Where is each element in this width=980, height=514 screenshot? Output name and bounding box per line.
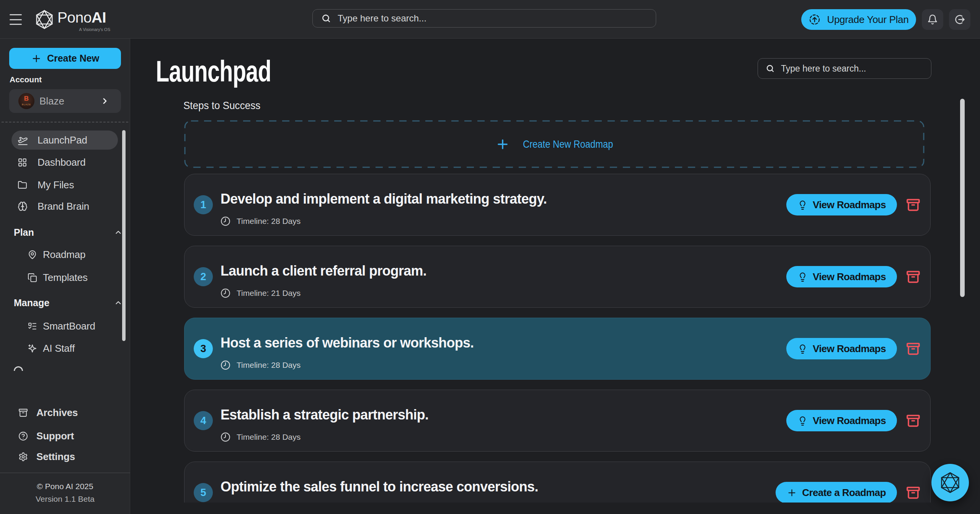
dashboard-icon bbox=[18, 158, 27, 167]
version-text: Version 1.1 Beta bbox=[0, 494, 130, 504]
brain-icon bbox=[18, 201, 28, 211]
view-roadmaps-button[interactable]: View Roadmaps bbox=[786, 194, 897, 215]
sidebar-item-launchpad[interactable]: LaunchPad bbox=[0, 131, 127, 150]
archive-step-button[interactable] bbox=[906, 342, 920, 356]
sidebar-item-smartboard[interactable]: SmartBoard bbox=[0, 317, 127, 336]
bell-icon bbox=[927, 14, 938, 25]
sidebar-item-roadmap[interactable]: Roadmap bbox=[0, 245, 127, 264]
plus-icon bbox=[31, 53, 42, 64]
step-title: Launch a client referral program. bbox=[220, 263, 426, 279]
sparkles-icon bbox=[28, 344, 37, 353]
step-number-badge: 5 bbox=[194, 483, 213, 502]
step-number-badge: 3 bbox=[194, 339, 213, 358]
hamburger-menu-icon[interactable] bbox=[10, 14, 22, 25]
page-title: Launchpad bbox=[156, 54, 271, 89]
sidebar-item-archives[interactable]: Archives bbox=[0, 403, 127, 422]
sidebar-item-settings[interactable]: Settings bbox=[0, 447, 127, 466]
floating-assistant-button[interactable] bbox=[931, 464, 969, 501]
main-content: Launchpad Steps to Success Create New Ro… bbox=[131, 39, 980, 514]
step-timeline: Timeline: 28 Days bbox=[237, 361, 301, 370]
brand-name: PonoAI bbox=[57, 9, 106, 26]
content-search[interactable] bbox=[758, 58, 931, 79]
step-row-2[interactable]: 2 Launch a client referral program. Time… bbox=[184, 246, 931, 308]
content-scrollbar[interactable] bbox=[960, 99, 965, 297]
sidebar-item-ai-staff[interactable]: AI Staff bbox=[0, 339, 127, 358]
search-icon bbox=[321, 13, 331, 23]
plane-takeoff-icon bbox=[18, 135, 28, 145]
archive-step-button[interactable] bbox=[906, 270, 920, 284]
archive-step-button[interactable] bbox=[906, 414, 920, 428]
topbar-search-input[interactable] bbox=[338, 13, 636, 24]
copyright-text: © Pono AI 2025 bbox=[0, 482, 130, 491]
create-a-roadmap-button[interactable]: Create a Roadmap bbox=[776, 482, 897, 503]
chevron-right-icon bbox=[100, 96, 109, 106]
search-icon bbox=[766, 64, 775, 73]
lightbulb-icon bbox=[797, 416, 808, 426]
chevron-up-icon bbox=[114, 299, 122, 307]
topbar-search[interactable] bbox=[312, 9, 656, 28]
upgrade-plan-button[interactable]: Upgrade Your Plan bbox=[801, 9, 916, 30]
view-roadmaps-button[interactable]: View Roadmaps bbox=[786, 338, 897, 359]
map-pin-icon bbox=[28, 250, 37, 259]
logout-button[interactable] bbox=[949, 9, 970, 30]
lightbulb-icon bbox=[797, 344, 808, 354]
step-timeline: Timeline: 28 Days bbox=[237, 217, 301, 226]
topbar: PonoAI A Visionary's OS Upgrade Your Pla… bbox=[0, 0, 980, 39]
clipped-section-icon bbox=[14, 366, 23, 371]
notifications-button[interactable] bbox=[922, 9, 943, 30]
archive-step-button[interactable] bbox=[906, 198, 920, 212]
help-circle-icon bbox=[18, 431, 28, 441]
create-new-button[interactable]: Create New bbox=[9, 48, 121, 69]
view-roadmaps-button[interactable]: View Roadmaps bbox=[786, 410, 897, 431]
clock-icon bbox=[220, 432, 230, 442]
polyhedron-icon bbox=[938, 471, 962, 494]
sidebar-item-templates[interactable]: Templates bbox=[0, 268, 127, 287]
create-new-roadmap-button[interactable]: Create New Roadmap bbox=[184, 120, 924, 168]
step-number-badge: 2 bbox=[194, 267, 213, 286]
content-search-input[interactable] bbox=[781, 64, 911, 74]
clock-icon bbox=[220, 216, 230, 226]
step-number-badge: 1 bbox=[194, 195, 213, 214]
account-section-label: Account bbox=[10, 75, 42, 84]
archive-icon bbox=[18, 408, 28, 418]
view-roadmaps-button[interactable]: View Roadmaps bbox=[786, 266, 897, 287]
list-todo-icon bbox=[28, 321, 37, 331]
step-row-5[interactable]: 5 Optimize the sales funnel to increase … bbox=[184, 462, 931, 503]
chevron-up-icon bbox=[114, 228, 122, 237]
lightbulb-icon bbox=[797, 200, 808, 210]
gear-icon bbox=[18, 452, 28, 462]
ponoai-logo-icon bbox=[34, 9, 55, 30]
account-name: Blaze bbox=[39, 95, 64, 107]
step-title: Optimize the sales funnel to increase co… bbox=[220, 479, 538, 495]
sidebar-item-support[interactable]: Support bbox=[0, 426, 127, 445]
logout-icon bbox=[954, 14, 965, 25]
lightbulb-icon bbox=[797, 272, 808, 282]
sidebar-footer-divider bbox=[0, 473, 130, 473]
brand-tagline: A Visionary's OS bbox=[57, 27, 110, 32]
step-row-3-highlighted[interactable]: 3 Host a series of webinars or workshops… bbox=[184, 318, 931, 380]
section-plan[interactable]: Plan bbox=[0, 223, 127, 242]
folder-icon bbox=[18, 180, 27, 190]
sidebar-scrollbar[interactable] bbox=[122, 130, 126, 341]
sidebar-item-my-files[interactable]: My Files bbox=[0, 175, 127, 194]
steps-list: 1 Develop and implement a digital market… bbox=[184, 174, 931, 503]
plus-icon bbox=[787, 488, 797, 498]
sidebar-dashed-divider bbox=[2, 122, 128, 122]
archive-step-button[interactable] bbox=[906, 486, 920, 500]
step-timeline: Timeline: 28 Days bbox=[237, 432, 301, 442]
step-title: Develop and implement a digital marketin… bbox=[220, 191, 547, 207]
step-row-1[interactable]: 1 Develop and implement a digital market… bbox=[184, 174, 931, 236]
steps-section-title: Steps to Success bbox=[183, 100, 260, 112]
sidebar-item-dashboard[interactable]: Dashboard bbox=[0, 153, 127, 172]
step-timeline: Timeline: 21 Days bbox=[237, 289, 301, 298]
sidebar: Create New Account BBLAZE Blaze LaunchPa… bbox=[0, 39, 130, 514]
account-selector[interactable]: BBLAZE Blaze bbox=[9, 89, 121, 113]
step-number-badge: 4 bbox=[194, 411, 213, 430]
clock-icon bbox=[220, 288, 230, 298]
sidebar-item-brand-brain[interactable]: Brand Brain bbox=[0, 197, 127, 216]
copy-icon bbox=[28, 273, 37, 282]
section-manage[interactable]: Manage bbox=[0, 293, 127, 312]
upgrade-icon bbox=[808, 13, 821, 26]
step-title: Host a series of webinars or workshops. bbox=[220, 335, 474, 351]
step-row-4[interactable]: 4 Establish a strategic partnership. Tim… bbox=[184, 390, 931, 452]
